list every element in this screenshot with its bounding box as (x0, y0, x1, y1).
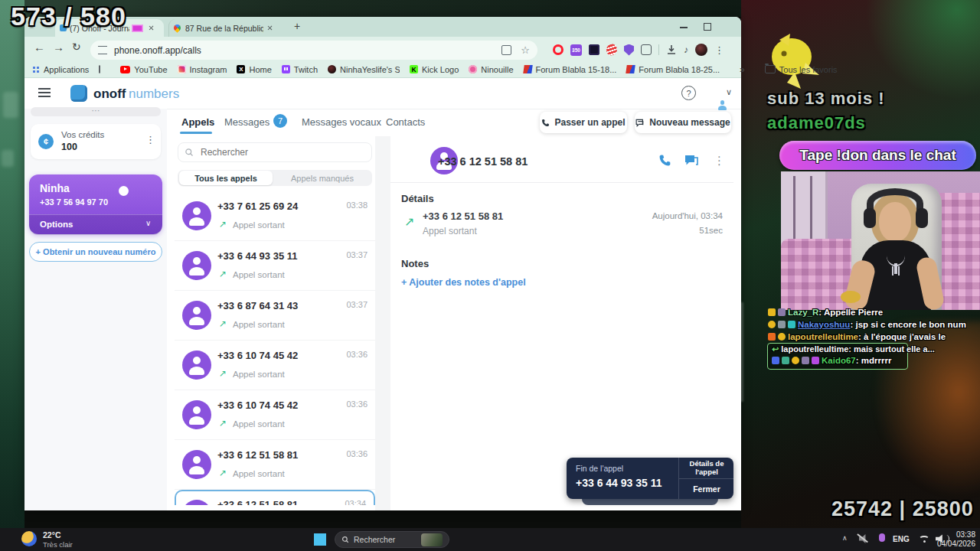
sub-announcement: sub 13 mois ! (767, 89, 885, 109)
tab-close-icon[interactable] (149, 25, 154, 31)
all-bookmarks-folder[interactable]: Tous les favoris (765, 65, 838, 74)
taskbar-search[interactable]: Rechercher (335, 531, 449, 548)
chat-message: mais surtout elle a... (854, 344, 935, 354)
address-bar[interactable]: phone.onoff.app/calls ☆ (90, 41, 537, 60)
chat-username: Nakayoshuu (798, 320, 850, 329)
sidebar-drag-handle[interactable]: ⋯ (31, 107, 161, 116)
contact-avatar-icon (182, 201, 211, 230)
window-maximize-button[interactable] (704, 23, 711, 31)
microphone-icon[interactable] (879, 533, 885, 542)
call-row[interactable]: +33 6 10 74 45 42 03:36 ↗ Appel sortant (175, 390, 375, 440)
detail-message-icon[interactable] (684, 155, 698, 167)
opera-extension-icon[interactable] (553, 44, 564, 55)
extensions-puzzle-icon[interactable] (641, 44, 652, 55)
browser-tab-maps[interactable]: 87 Rue de la République - Goo (168, 19, 285, 37)
download-icon[interactable] (666, 44, 677, 55)
bookmark-twitch[interactable]: Twitch (282, 65, 318, 74)
call-row[interactable]: +33 7 61 25 69 24 03:38 ↗ Appel sortant (175, 191, 375, 241)
window-minimize-button[interactable] (680, 27, 688, 28)
bookmark-star-icon[interactable]: ☆ (521, 44, 530, 56)
forward-icon[interactable]: → (53, 41, 64, 54)
account-avatar-icon[interactable] (714, 97, 730, 112)
stream-background-left-highlight2 (2, 150, 14, 167)
popup-details-button[interactable]: Détails de l'appel (679, 458, 734, 478)
profile-avatar[interactable] (695, 44, 707, 56)
bookmark-applications[interactable]: Applications (32, 65, 89, 74)
call-row[interactable]: +33 6 87 64 31 43 03:37 ↗ Appel sortant (175, 291, 375, 341)
search-input[interactable] (199, 146, 355, 158)
call-row-selected[interactable]: +33 6 12 51 58 81 03:34 (175, 490, 375, 505)
details-section-title: Détails (401, 193, 434, 204)
bookmark-ninha[interactable]: NinhaYeslife's Splitg... (328, 65, 400, 74)
call-type-label: Appel sortant (233, 469, 285, 478)
grid-icon[interactable] (99, 65, 100, 73)
add-notes-link[interactable]: + Ajouter des notes d'appel (401, 277, 526, 288)
call-button[interactable]: Passer un appel (540, 112, 627, 133)
tray-expand-icon[interactable]: ∧ (842, 534, 848, 542)
call-number: +33 6 10 74 45 42 (217, 399, 298, 411)
sub-counter: 573 / 580 (11, 2, 126, 31)
help-icon[interactable]: ? (681, 86, 696, 100)
instagram-icon (178, 65, 186, 73)
tab-contacts[interactable]: Contacts (386, 116, 425, 128)
reload-icon[interactable]: ↻ (72, 41, 81, 53)
bookmark-kick[interactable]: K Kick Logo (410, 65, 459, 74)
detail-entry-date: Aujourd'hui, 03:34 (560, 211, 723, 220)
filter-all-calls[interactable]: Tous les appels (179, 171, 273, 185)
bookmark-ninouille[interactable]: Ninouille (469, 65, 513, 74)
bookmark-instagram[interactable]: Instagram (178, 65, 227, 74)
language-indicator[interactable]: ENG (893, 535, 910, 543)
bookmark-label: NinhaYeslife's Splitg... (340, 65, 400, 74)
bookmark-forum2[interactable]: Forum Blabla 18-25... (626, 65, 720, 74)
new-tab-button[interactable]: + (294, 20, 300, 32)
streak-extension-icon[interactable]: 350 (570, 44, 582, 56)
call-search-field[interactable] (178, 142, 372, 162)
dark-extension-icon[interactable] (589, 44, 599, 55)
bookmarks-overflow-icon[interactable]: » (740, 64, 745, 75)
call-row[interactable]: +33 6 12 51 58 81 03:36 ↗ Appel sortant (175, 440, 375, 490)
account-chevron-icon[interactable]: ∨ (726, 87, 732, 97)
call-time: 03:36 (346, 399, 368, 409)
red-extension-icon[interactable] (605, 43, 619, 57)
chat-badge-icon (788, 321, 795, 328)
back-icon[interactable]: ← (34, 41, 45, 54)
shield-extension-icon[interactable] (624, 44, 634, 56)
credits-menu-icon[interactable]: ⋮ (145, 134, 155, 145)
bookmark-youtube[interactable]: YouTube (120, 65, 167, 74)
bookmark-label: Ninouille (481, 65, 513, 74)
browser-menu-icon[interactable]: ⋮ (714, 44, 724, 56)
call-ended-popup: Fin de l'appel +33 6 44 93 35 11 Détails… (567, 458, 733, 499)
new-number-button[interactable]: + Obtenir un nouveau numéro (29, 242, 162, 262)
chat-username: lapoutrelleultime (781, 344, 848, 354)
chat-icon (635, 119, 645, 127)
ninha-favicon (328, 65, 336, 73)
credits-card[interactable]: ¢ Vos crédits 100 ⋮ (31, 124, 161, 159)
notes-section-title: Notes (401, 258, 429, 269)
tab-appels[interactable]: Appels (181, 116, 214, 128)
tab-messages-vocaux[interactable]: Messages vocaux (302, 116, 381, 128)
tab-messages[interactable]: Messages (224, 116, 270, 128)
tab-close-icon[interactable] (267, 25, 273, 31)
windows-start-icon[interactable] (314, 533, 326, 546)
line-number: +33 7 56 94 97 70 (40, 197, 108, 207)
call-row[interactable]: +33 6 10 74 45 42 03:36 ↗ Appel sortant (175, 341, 375, 390)
phone-line-card[interactable]: Ninha +33 7 56 94 97 70 Options ∨ (29, 174, 162, 234)
clock-time[interactable]: 03:38 (925, 530, 975, 539)
popup-close-button[interactable]: Fermer (679, 479, 734, 499)
detail-call-icon[interactable] (658, 154, 671, 167)
bookmark-home-x[interactable]: X Home (237, 65, 271, 74)
detail-menu-icon[interactable]: ⋮ (714, 154, 725, 168)
filter-missed-calls[interactable]: Appels manqués (274, 171, 371, 185)
clock-date[interactable]: 04/04/2026 (925, 540, 975, 548)
reply-arrow-icon: ↩ (772, 344, 779, 354)
media-control-icon[interactable]: ♪ (684, 44, 688, 55)
chat-badge-icon (768, 308, 776, 316)
new-message-button[interactable]: Nouveau message (635, 112, 731, 133)
app-menu-icon[interactable] (38, 88, 51, 90)
chat-badge-icon (802, 357, 809, 364)
apps-grid-icon (32, 66, 40, 73)
call-row[interactable]: +33 6 44 93 35 11 03:37 ↗ Appel sortant (175, 241, 375, 291)
bookmark-forum1[interactable]: Forum Blabla 15-18... (524, 65, 617, 74)
line-options-row[interactable]: Options ∨ (29, 214, 162, 235)
weather-temp[interactable]: 22°C (43, 530, 60, 540)
